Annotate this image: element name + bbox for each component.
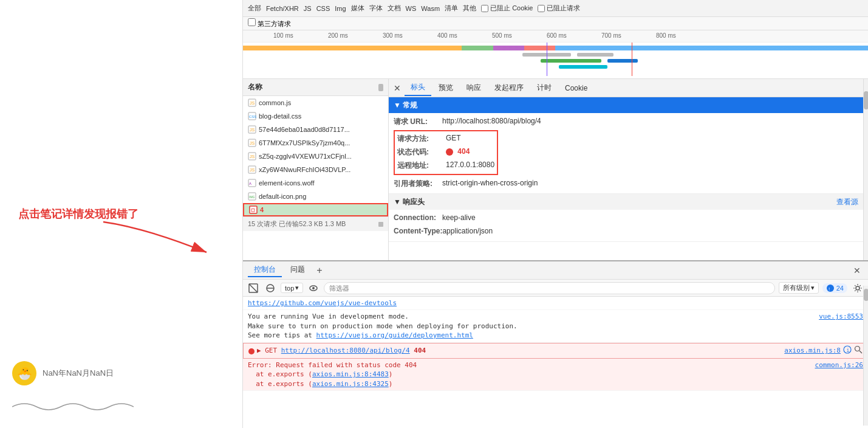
filter-other[interactable]: 其他	[463, 4, 476, 13]
svg-text:JS: JS	[250, 168, 255, 172]
console-line-error-details: Error: Request failed with status code 4…	[243, 359, 868, 391]
svg-line-20	[249, 284, 258, 292]
view-source-link[interactable]: 查看源	[836, 197, 858, 207]
blocked-cookie-checkbox[interactable]: 已阻止 Cookie	[481, 4, 533, 13]
blocked-request-input[interactable]	[538, 5, 545, 12]
timeline-area: 100 ms 200 ms 300 ms 400 ms 500 ms 600 m…	[243, 30, 868, 79]
method-status-box: 请求方法: GET 状态代码: 404 远程地址: 127	[394, 130, 498, 175]
filter-font[interactable]: 字体	[369, 4, 383, 13]
filter-js[interactable]: JS	[304, 5, 312, 12]
remote-label: 远程地址:	[397, 160, 446, 171]
third-party-label: 第三方请求	[258, 20, 291, 27]
blocked-cookie-input[interactable]	[481, 5, 488, 12]
remote-address-row: 远程地址: 127.0.0.1:8080	[397, 159, 494, 173]
vue-devtools-link[interactable]: https://github.com/vuejs/vue-devtools	[248, 299, 397, 307]
error-status-text: 404	[414, 347, 426, 354]
details-scrollbar[interactable]	[863, 79, 868, 260]
console-output: https://github.com/vuejs/vue-devtools Yo…	[243, 297, 868, 428]
tab-initiator[interactable]: 发起程序	[488, 80, 530, 96]
general-section-header[interactable]: ▼ 常规	[389, 97, 863, 113]
axios-link-1[interactable]: axios.min.js:8:4483	[312, 370, 389, 378]
timeline-bar-row4	[559, 65, 607, 69]
file-item-6t7[interactable]: JS 6T7MfXzx7USPIkSy7jzm40q...	[243, 136, 388, 150]
tab-preview[interactable]: 预览	[432, 80, 459, 96]
error-triangle-icon: ▶	[257, 347, 265, 354]
console-error-detail-content: Error: Request failed with status code 4…	[248, 361, 813, 388]
general-section: ▼ 常规 请求 URL: http://localhost:8080/api/b…	[389, 97, 863, 194]
filter-css[interactable]: CSS	[316, 5, 330, 12]
scroll-indicator	[378, 84, 383, 91]
get-method-text: GET	[265, 347, 281, 354]
js-file-icon-4: JS	[248, 152, 256, 160]
console-context-selector[interactable]: top ▾	[281, 283, 303, 293]
error-search-icon-button[interactable]	[854, 345, 863, 356]
content-type-label: Content-Type:	[394, 227, 442, 235]
console-add-tab-button[interactable]: +	[313, 264, 326, 277]
filter-media[interactable]: 媒体	[351, 4, 364, 13]
console-error-count: 24	[836, 285, 844, 292]
tab-timing[interactable]: 计时	[531, 80, 558, 96]
blocked-cookie-label: 已阻止 Cookie	[490, 4, 533, 13]
file-item-element-icons[interactable]: A element-icons.woff	[243, 176, 388, 190]
details-close-button[interactable]: ✕	[391, 82, 403, 94]
response-headers-header[interactable]: ▼ 响应头 查看源	[389, 194, 863, 210]
svg-point-25	[827, 285, 834, 292]
filter-fetch-xhr[interactable]: Fetch/XHR	[266, 5, 299, 12]
console-block-icon-button[interactable]	[247, 281, 260, 295]
blocked-request-checkbox[interactable]: 已阻止请求	[538, 4, 580, 13]
timeline-cursor-red	[632, 43, 632, 76]
axios-file-ref[interactable]: axios.min.js:8	[784, 346, 841, 355]
common-file-ref[interactable]: common.js:26	[815, 361, 863, 370]
filter-clear[interactable]: 清单	[445, 4, 458, 13]
font-file-icon: A	[248, 179, 256, 187]
third-party-bar: 第三方请求	[243, 17, 868, 30]
file-item-4[interactable]: ◻ 4	[243, 203, 388, 216]
tick-800ms: 800 ms	[656, 32, 676, 39]
console-tab-issues[interactable]: 问题	[284, 263, 311, 277]
wavy-decoration	[12, 398, 134, 416]
console-eye-icon-button[interactable]	[307, 281, 320, 295]
file-item-xzy[interactable]: JS xZy6W4NwuRFchIOi43DVLP...	[243, 163, 388, 176]
error-circle-icon: !	[826, 284, 835, 292]
details-tab-bar: ✕ 标头 预览 响应 发起程序 计时 Cookie	[389, 79, 863, 97]
error-url-link[interactable]: http://localhost:8080/api/blog/4	[281, 347, 410, 354]
console-close-button[interactable]: ✕	[851, 264, 863, 277]
api-file-icon: ◻	[249, 205, 258, 214]
file-item-57e[interactable]: JS 57e44d6eba01aad0d8d7117...	[243, 123, 388, 136]
tab-cookies[interactable]: Cookie	[559, 80, 593, 96]
status-value: 404	[446, 147, 470, 156]
filter-all[interactable]: 全部	[248, 4, 261, 13]
vue-mode-file-ref[interactable]: vue.js:8553	[819, 312, 863, 321]
console-filter-icon-button[interactable]	[264, 281, 277, 295]
request-url-row: 请求 URL: http://localhost:8080/api/blog/4	[394, 116, 858, 129]
console-level-selector[interactable]: 所有级别 ▾	[779, 282, 819, 294]
third-party-checkbox[interactable]: 第三方请求	[248, 18, 291, 29]
file-item-default-icon[interactable]: IMG default-icon.png	[243, 190, 388, 203]
file-list-stats: 15 次请求 已传输52.3 KB 1.3 MB	[248, 219, 346, 229]
search-icon	[854, 345, 863, 354]
vue-deployment-link[interactable]: https://vuejs.org/guide/deployment.html	[316, 331, 473, 339]
filter-doc[interactable]: 文档	[388, 4, 401, 13]
tab-headers[interactable]: 标头	[405, 80, 431, 96]
console-line-error-404: ▶ GET http://localhost:8080/api/blog/4 4…	[243, 343, 868, 359]
file-item-common-js[interactable]: JS common.js	[243, 96, 388, 109]
filter-img[interactable]: Img	[335, 5, 346, 12]
third-party-input[interactable]	[248, 18, 256, 26]
console-scrollbar[interactable]	[863, 286, 868, 426]
console-tab-console[interactable]: 控制台	[248, 263, 282, 277]
filter-wasm[interactable]: Wasm	[421, 5, 440, 12]
filter-ws[interactable]: WS	[406, 5, 417, 12]
file-item-sz5[interactable]: JS sZ5q-zgglv4VXEWU71xCFjnl...	[243, 150, 388, 163]
console-filter-input[interactable]	[324, 282, 774, 294]
error-info-icon[interactable]: i	[843, 345, 852, 356]
console-error-content: ▶ GET http://localhost:8080/api/blog/4 4…	[257, 346, 782, 355]
tab-response[interactable]: 响应	[460, 80, 487, 96]
file-item-blog-detail-css[interactable]: CSS blog-detail.css	[243, 109, 388, 123]
console-level-dropdown-icon: ▾	[811, 284, 815, 292]
console-settings-icon-button[interactable]	[851, 281, 864, 295]
js-file-icon: JS	[248, 98, 256, 107]
response-headers-body: Connection: keep-alive Content-Type: app…	[389, 210, 863, 241]
console-error-badge[interactable]: ! 24	[822, 283, 847, 293]
axios-link-2[interactable]: axios.min.js:8:4325	[312, 380, 389, 388]
console-toolbar: top ▾ 所有级别 ▾ ! 24	[243, 280, 868, 297]
